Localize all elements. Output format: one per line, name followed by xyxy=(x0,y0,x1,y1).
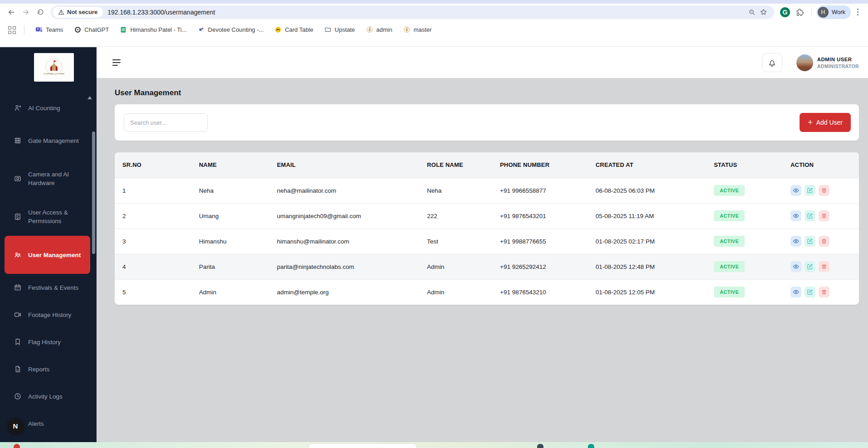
cell-action xyxy=(783,254,859,279)
grammarly-extension-icon[interactable]: G xyxy=(780,7,790,17)
taskbar-search-box[interactable] xyxy=(308,443,417,448)
bookmark-item[interactable]: Upstate xyxy=(320,24,359,35)
url-text: 192.168.1.233:3000/usermanagement xyxy=(107,9,746,16)
view-button[interactable] xyxy=(790,261,801,272)
cell-created: 01-08-2025 12:05 PM xyxy=(588,279,706,305)
cell-name: Himanshu xyxy=(191,229,269,254)
delete-button[interactable] xyxy=(819,236,829,247)
address-bar[interactable]: Not secure 192.168.1.233:3000/usermanage… xyxy=(51,5,774,19)
bookmark-star-icon[interactable] xyxy=(758,6,770,18)
trash-icon xyxy=(821,289,827,295)
sidebar-scrollbar[interactable] xyxy=(92,131,95,254)
taskbar-app-icon[interactable] xyxy=(14,444,20,448)
warning-icon xyxy=(58,9,64,15)
not-secure-chip[interactable]: Not secure xyxy=(53,7,103,18)
edit-button[interactable] xyxy=(805,185,815,196)
status-badge: ACTIVE xyxy=(714,236,745,247)
sidebar-item-user-management[interactable]: User Management xyxy=(5,236,90,274)
sidebar-item-reports[interactable]: Reports xyxy=(0,355,97,383)
trash-icon xyxy=(821,263,827,270)
delete-button[interactable] xyxy=(819,261,829,272)
edit-button[interactable] xyxy=(805,236,815,247)
cell-phone: +91 9876543210 xyxy=(492,279,588,305)
trash-icon xyxy=(821,213,827,219)
edit-button[interactable] xyxy=(805,287,815,297)
view-button[interactable] xyxy=(790,210,801,221)
sidebar-item-festivals-events[interactable]: Festivals & Events xyxy=(0,274,97,301)
user-avatar xyxy=(796,54,813,71)
bookmark-item[interactable]: Himanshu Patel - Ti... xyxy=(115,24,191,35)
table-header-row: SR.NONAMEEMAILROLE NAMEPHONE NUMBERCREAT… xyxy=(115,152,859,178)
cell-role: Admin xyxy=(419,254,492,279)
bookmark-item[interactable]: Card Table xyxy=(270,24,318,35)
browser-profile-chip[interactable]: H Work xyxy=(816,5,851,19)
sidebar-item-flag-history[interactable]: Flag History xyxy=(0,328,97,355)
profile-avatar: H xyxy=(818,7,829,18)
apps-grid-icon[interactable] xyxy=(5,24,19,36)
forward-button[interactable] xyxy=(19,5,33,19)
reload-button[interactable] xyxy=(34,5,47,19)
column-header: ROLE NAME xyxy=(419,152,492,178)
zoom-icon[interactable] xyxy=(746,6,758,18)
users-table: SR.NONAMEEMAILROLE NAMEPHONE NUMBERCREAT… xyxy=(115,152,859,305)
cell-phone: +91 9876543201 xyxy=(492,203,588,229)
report-icon xyxy=(14,365,22,373)
view-button[interactable] xyxy=(790,185,801,196)
cell-name: Neha xyxy=(191,178,269,203)
devotee-icon xyxy=(198,26,205,33)
edit-pencil-icon xyxy=(807,187,813,194)
edit-button[interactable] xyxy=(805,261,815,272)
cell-srno: 2 xyxy=(115,203,191,229)
users-table-card: SR.NONAMEEMAILROLE NAMEPHONE NUMBERCREAT… xyxy=(115,152,859,305)
sidebar-item-gate-management[interactable]: Gate Management xyxy=(0,122,97,160)
cell-srno: 1 xyxy=(115,178,191,203)
column-header: STATUS xyxy=(706,152,783,178)
bookmark-item[interactable]: admin xyxy=(361,24,397,35)
sidebar-scroll-up-icon[interactable] xyxy=(87,96,92,99)
cell-role: Neha xyxy=(419,178,492,203)
view-button[interactable] xyxy=(790,287,801,297)
sidebar-item-footage-history[interactable]: Footage History xyxy=(0,301,97,328)
teams-icon: T xyxy=(35,26,43,33)
table-body: 1 Neha neha@mailinator.com Neha +91 9966… xyxy=(115,178,859,305)
extensions-puzzle-icon[interactable] xyxy=(793,5,807,19)
sidebar-item-user-access-permissions[interactable]: User Access & Permissions xyxy=(0,198,97,236)
temple-icon xyxy=(403,26,411,33)
bookmark-item[interactable]: ChatGPT xyxy=(69,24,113,35)
edit-button[interactable] xyxy=(805,210,815,221)
back-button[interactable] xyxy=(5,5,18,19)
taskbar-edge xyxy=(0,442,868,448)
cell-email: himanshu@mailinator.com xyxy=(269,229,419,254)
cell-status: ACTIVE xyxy=(706,203,783,229)
screen: Not secure 192.168.1.233:3000/usermanage… xyxy=(0,0,868,448)
user-profile-chip[interactable]: ADMIN USER ADMINISTRATOR xyxy=(796,54,859,71)
delete-button[interactable] xyxy=(819,185,829,196)
camera-icon xyxy=(14,175,22,183)
clock-icon xyxy=(14,392,22,400)
add-user-button[interactable]: + Add User xyxy=(800,113,851,132)
chatgpt-icon xyxy=(74,26,81,33)
sidebar-item-camera-ai-hardware[interactable]: Camera and AI Hardware xyxy=(0,160,97,198)
bookmark-item[interactable]: master xyxy=(399,24,436,35)
search-input[interactable] xyxy=(124,113,208,131)
plus-icon: + xyxy=(808,118,813,127)
view-button[interactable] xyxy=(790,236,801,247)
taskbar-app-icon[interactable] xyxy=(588,444,594,448)
hamburger-menu-icon[interactable] xyxy=(112,59,121,66)
cell-srno: 5 xyxy=(115,279,191,305)
cell-status: ACTIVE xyxy=(706,178,783,203)
delete-button[interactable] xyxy=(819,210,829,221)
taskbar-app-icon[interactable] xyxy=(537,444,543,448)
delete-button[interactable] xyxy=(819,287,829,297)
cell-created: 06-08-2025 06:03 PM xyxy=(588,178,706,203)
notifications-bell-button[interactable] xyxy=(762,53,782,72)
notification-overlay-badge[interactable]: N xyxy=(8,418,23,433)
eye-icon xyxy=(793,263,799,270)
sidebar-item-ai-counting[interactable]: AI Counting xyxy=(0,94,97,122)
bookmark-item[interactable]: T Teams xyxy=(31,24,68,35)
cell-created: 01-08-2025 02:17 PM xyxy=(588,229,706,254)
bookmark-item[interactable]: Devotee Counting -... xyxy=(193,24,268,35)
sidebar-item-activity-logs[interactable]: Activity Logs xyxy=(0,383,97,410)
browser-menu-icon[interactable] xyxy=(852,5,863,19)
cell-role: 222 xyxy=(419,203,492,229)
